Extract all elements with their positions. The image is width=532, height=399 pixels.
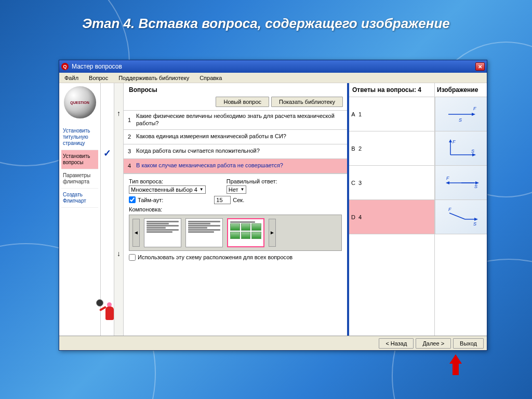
svg-text:S: S — [473, 221, 476, 227]
wizard-window: Q Мастер вопросов ✕ Файл Вопрос Поддержи… — [59, 60, 487, 351]
questions-header: Вопросы — [124, 83, 347, 96]
person-icon — [98, 300, 117, 325]
svg-marker-1 — [472, 113, 475, 116]
svg-text:F: F — [473, 106, 476, 111]
svg-marker-11 — [446, 181, 449, 184]
layout-scroll-right[interactable]: ► — [269, 219, 276, 247]
answer-number: 4 — [357, 214, 367, 220]
answers-panel: Ответы на вопросы: 4 A1B2C3D4 Изображени… — [349, 83, 487, 336]
answer-row[interactable]: C3 — [349, 166, 434, 200]
answer-letter: B — [349, 145, 357, 152]
sidebar-item-1[interactable]: Установить вопросы — [61, 150, 98, 169]
answers-header: Ответы на вопросы: 4 — [349, 83, 434, 97]
type-select[interactable]: Множественный выбор 4▼ — [129, 185, 206, 194]
layout-option-2[interactable] — [185, 218, 223, 247]
menu-help[interactable]: Справка — [197, 74, 224, 82]
sidebar: QUESTION Установить титульную страницуУс… — [59, 83, 101, 336]
new-question-button[interactable]: Новый вопрос — [216, 97, 269, 107]
correct-answer-label: Правильный ответ: — [227, 178, 277, 184]
params-panel: Тип вопроса: Множественный выбор 4▼ Прав… — [124, 174, 347, 265]
arrow-down-icon[interactable]: ↓ — [117, 249, 121, 258]
footer: < Назад Далее > Выход — [59, 336, 487, 350]
svg-text:F: F — [453, 139, 456, 144]
answer-letter: D — [349, 214, 357, 220]
answer-number: 1 — [357, 111, 367, 117]
image-header: Изображение — [435, 83, 487, 97]
layout-panel: ◄ ► — [129, 215, 342, 251]
arrow-up-icon[interactable]: ↑ — [117, 109, 121, 117]
answer-row[interactable]: A1 — [349, 97, 434, 131]
answer-number: 2 — [357, 145, 367, 152]
svg-text:F: F — [446, 176, 449, 181]
svg-text:S: S — [474, 184, 477, 189]
question-number: 3 — [124, 148, 135, 154]
next-button[interactable]: Далее > — [416, 338, 451, 349]
menu-support-library[interactable]: Поддерживать библиотеку — [116, 74, 191, 82]
sidebar-item-2[interactable]: Параметры флипчарта — [61, 169, 98, 189]
question-text: Какие физические величины необходимо зна… — [135, 111, 347, 129]
exit-button[interactable]: Выход — [453, 338, 484, 349]
answer-image-cell[interactable]: FS — [435, 97, 487, 131]
answer-image-cell[interactable]: FS — [435, 131, 487, 166]
apply-all-checkbox[interactable] — [129, 254, 136, 261]
answer-letter: C — [349, 180, 357, 186]
svg-line-16 — [449, 213, 465, 219]
menu-question[interactable]: Вопрос — [87, 74, 110, 82]
chevron-down-icon: ▼ — [200, 187, 204, 192]
layout-option-1[interactable] — [144, 218, 181, 247]
apply-all-label: Использовать эту схему расположения для … — [138, 254, 292, 260]
window-title: Мастер вопросов — [72, 63, 122, 70]
back-button[interactable]: < Назад — [379, 338, 414, 349]
main-panel: Вопросы Новый вопрос Показать библиотеку… — [124, 83, 349, 336]
answer-number: 3 — [357, 180, 367, 186]
show-library-button[interactable]: Показать библиотеку — [271, 97, 343, 107]
close-button[interactable]: ✕ — [475, 62, 485, 71]
menu-file[interactable]: Файл — [62, 74, 81, 82]
question-number: 4 — [124, 163, 135, 169]
svg-text:S: S — [459, 117, 462, 123]
question-row[interactable]: 3Когда работа силы считается положительн… — [124, 144, 347, 159]
timeout-unit: Сек. — [233, 197, 244, 203]
layout-label: Компоновка: — [129, 206, 342, 212]
layout-scroll-left[interactable]: ◄ — [132, 219, 140, 247]
question-text: Какова единица измерения механической ра… — [135, 131, 347, 142]
answer-row[interactable]: D4 — [349, 200, 434, 234]
checkmark-icon: ✓ — [103, 148, 111, 159]
timeout-input[interactable] — [214, 196, 231, 204]
question-text: В каком случае механическая работа не со… — [135, 160, 347, 171]
question-row[interactable]: 4В каком случае механическая работа не с… — [124, 159, 347, 174]
svg-text:F: F — [448, 207, 451, 212]
sidebar-item-0[interactable]: Установить титульную страницу — [61, 125, 98, 150]
question-number: 1 — [124, 117, 135, 123]
sidebar-item-3[interactable]: Создать Флипчарт — [61, 189, 98, 208]
type-label: Тип вопроса: — [129, 178, 206, 184]
svg-marker-5 — [449, 139, 452, 142]
svg-marker-18 — [474, 218, 478, 221]
menubar: Файл Вопрос Поддерживать библиотеку Спра… — [59, 73, 487, 83]
question-number: 2 — [124, 134, 135, 140]
timeout-checkbox[interactable] — [129, 196, 136, 203]
check-column: ✓ — [101, 83, 114, 336]
answer-row[interactable]: B2 — [349, 131, 434, 166]
app-icon: Q — [61, 63, 69, 70]
question-logo: QUESTION — [64, 86, 96, 118]
answer-image-cell[interactable]: FS — [435, 200, 487, 234]
question-row[interactable]: 2Какова единица измерения механической р… — [124, 130, 347, 144]
svg-text:S: S — [471, 149, 474, 154]
layout-option-3[interactable] — [227, 218, 264, 247]
titlebar: Q Мастер вопросов ✕ — [59, 60, 487, 73]
arrow-column: ↑ ↓ — [114, 83, 124, 336]
chevron-down-icon: ▼ — [240, 187, 244, 192]
answer-image-cell[interactable]: FS — [435, 166, 487, 200]
answer-letter: A — [349, 111, 357, 117]
highlight-arrow-icon — [449, 354, 462, 375]
question-row[interactable]: 1Какие физические величины необходимо зн… — [124, 111, 347, 130]
correct-answer-select[interactable]: Нет▼ — [227, 185, 247, 194]
timeout-label: Тайм-аут: — [138, 197, 163, 203]
question-text: Когда работа силы считается положительно… — [135, 145, 347, 157]
